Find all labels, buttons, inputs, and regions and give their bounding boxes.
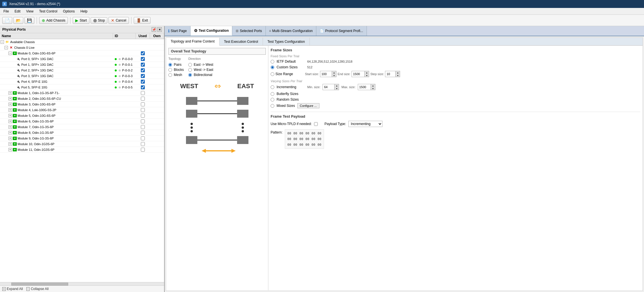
module-checkbox[interactable]	[141, 91, 145, 95]
max-size-down[interactable]: ▼	[371, 87, 375, 90]
menu-view[interactable]: View	[24, 9, 36, 14]
list-item[interactable]: − ✕ Chassis 0 Live	[0, 45, 164, 50]
sub-tab-execution[interactable]: Test Execution Control	[219, 38, 263, 45]
expand-icon[interactable]: +	[9, 142, 12, 146]
port-checkbox[interactable]	[141, 68, 145, 72]
expand-icon[interactable]: +	[9, 148, 12, 151]
radio-butterfly[interactable]	[271, 92, 274, 96]
list-item[interactable]: + M Module 1, Odin-1G-3S-6P-T1-	[0, 90, 164, 96]
add-chassis-button[interactable]: ⊕ Add Chassis	[39, 17, 68, 24]
port-checkbox[interactable]	[141, 74, 145, 78]
expand-icon[interactable]: −	[1, 40, 4, 44]
list-item[interactable]: 🔌 Port 2, SFP+ 10G DAC P-0-0-2	[0, 67, 164, 73]
list-item[interactable]: + M Module 2, Odin-10G-5S-6P-CU	[0, 96, 164, 101]
save-button[interactable]: 💾	[24, 17, 34, 24]
list-item[interactable]: 🔌 Port 1, SFP+ 10G DAC P-0-0-1	[0, 62, 164, 67]
scrollbar-thumb[interactable]	[11, 283, 68, 285]
expand-icon[interactable]: +	[9, 131, 12, 134]
expand-all-button[interactable]: + Expand All	[2, 287, 23, 291]
menu-options[interactable]: Options	[61, 9, 77, 14]
menu-help[interactable]: Help	[78, 9, 90, 14]
radio-mixed[interactable]	[271, 104, 274, 108]
list-item[interactable]: 🔌 Port 5, SFP-E 10G P-0-0-5	[0, 84, 164, 90]
horizontal-scrollbar[interactable]	[0, 282, 164, 285]
radio-incrementing[interactable]	[271, 85, 274, 89]
list-item[interactable]: 🔌 Port 3, SFP+ 10G DAC P-0-0-3	[0, 73, 164, 79]
start-size-field[interactable]	[320, 72, 332, 76]
new-button[interactable]: 📄	[2, 17, 12, 24]
radio-size-range[interactable]	[271, 72, 274, 76]
step-size-down[interactable]: ▼	[395, 74, 400, 77]
module-checkbox[interactable]	[141, 114, 145, 118]
expand-icon[interactable]: −	[9, 52, 12, 55]
stop-button[interactable]: ⬤ Stop	[91, 17, 108, 24]
list-item[interactable]: + M Module 6, Odin-1G-3S-6P	[0, 119, 164, 124]
radio-mesh[interactable]	[168, 73, 172, 77]
max-size-input[interactable]: ▲ ▼	[358, 84, 375, 90]
list-item[interactable]: + M Module 5, Odin-10G-6S-6P	[0, 113, 164, 119]
max-size-up[interactable]: ▲	[371, 84, 375, 87]
start-button[interactable]: ▶ Start	[73, 17, 89, 24]
sub-tab-types[interactable]: Test Types Configuration	[263, 38, 310, 45]
max-size-field[interactable]	[358, 85, 371, 89]
tab-protocol[interactable]: 📄 Protocol Segment Profi...	[316, 26, 367, 36]
menu-edit[interactable]: Edit	[12, 9, 23, 14]
min-size-field[interactable]	[323, 85, 334, 89]
step-size-input[interactable]: ▲ ▼	[385, 71, 400, 77]
module-checkbox[interactable]	[141, 131, 145, 135]
module-checkbox[interactable]	[141, 97, 145, 101]
start-size-up[interactable]: ▲	[332, 71, 336, 74]
collapse-all-button[interactable]: − Collapse All	[26, 287, 49, 291]
expand-icon[interactable]: +	[9, 91, 12, 95]
menu-file[interactable]: File	[1, 9, 11, 14]
list-item[interactable]: 🔌 Port 0, SFP+ 10G DAC P-0-0-0	[0, 56, 164, 62]
radio-pairs[interactable]	[168, 63, 172, 67]
module-checkbox[interactable]	[141, 102, 145, 106]
list-item[interactable]: − 📁 Available Chassis	[0, 39, 164, 45]
expand-icon[interactable]: +	[9, 97, 12, 100]
expand-icon[interactable]: +	[9, 120, 12, 123]
step-size-field[interactable]	[385, 72, 395, 76]
radio-blocks[interactable]	[168, 68, 172, 72]
module-checkbox[interactable]	[141, 136, 145, 140]
port-checkbox[interactable]	[141, 80, 145, 84]
list-item[interactable]: + M Module 10, Odin-1G3S-6P	[0, 141, 164, 147]
start-size-input[interactable]: ▲ ▼	[320, 71, 336, 77]
module-checkbox[interactable]	[141, 148, 145, 152]
cancel-button[interactable]: ✕ Cancel	[108, 17, 129, 24]
tab-multistream[interactable]: ≡ Multi-Stream Configuration	[266, 26, 317, 36]
min-size-up[interactable]: ▲	[334, 84, 339, 87]
list-item[interactable]: + M Module 9, Odin-1G-3S-6P	[0, 136, 164, 141]
close-panel-icon[interactable]: ✕	[157, 27, 162, 32]
expand-icon[interactable]: +	[9, 137, 12, 140]
module-checkbox[interactable]	[141, 119, 145, 123]
expand-icon[interactable]: +	[9, 125, 12, 129]
radio-bidirectional[interactable]	[188, 73, 192, 77]
list-item[interactable]: + M Module 7, Odin-1G-3S-6P	[0, 124, 164, 130]
radio-east-west[interactable]	[188, 63, 192, 67]
expand-icon[interactable]: +	[9, 114, 12, 117]
sub-tab-topology[interactable]: Topology and Frame Content	[166, 38, 219, 46]
tab-test-configuration[interactable]: ⚙ Test Configuration	[191, 26, 233, 36]
micro-tpld-checkbox[interactable]	[314, 122, 318, 126]
port-checkbox[interactable]	[141, 85, 145, 89]
end-size-up[interactable]: ▲	[364, 71, 369, 74]
port-checkbox[interactable]	[141, 63, 145, 67]
list-item[interactable]: − M Module 0, Odin-10G-6S-6P	[0, 50, 164, 56]
list-item[interactable]: + M Module 11, Odin-1G3S-6P	[0, 147, 164, 153]
open-button[interactable]: 📂	[13, 17, 23, 24]
start-size-down[interactable]: ▼	[332, 74, 336, 77]
list-item[interactable]: + M Module 8, Odin-1G-3S-6P	[0, 130, 164, 136]
exit-button[interactable]: 🚪 Exit	[134, 17, 150, 24]
tab-selected-ports[interactable]: ⊞ Selected Ports	[232, 26, 265, 36]
expand-icon[interactable]: −	[5, 46, 8, 49]
min-size-down[interactable]: ▼	[334, 87, 339, 90]
pin-icon[interactable]: 📌	[152, 27, 156, 32]
module-checkbox[interactable]	[141, 51, 145, 55]
radio-random[interactable]	[271, 98, 274, 101]
tab-start-page[interactable]: ℹ Start Page	[165, 26, 191, 36]
end-size-field[interactable]	[352, 72, 364, 76]
module-checkbox[interactable]	[141, 108, 145, 112]
expand-icon[interactable]: +	[9, 103, 12, 106]
radio-custom[interactable]	[271, 65, 274, 69]
